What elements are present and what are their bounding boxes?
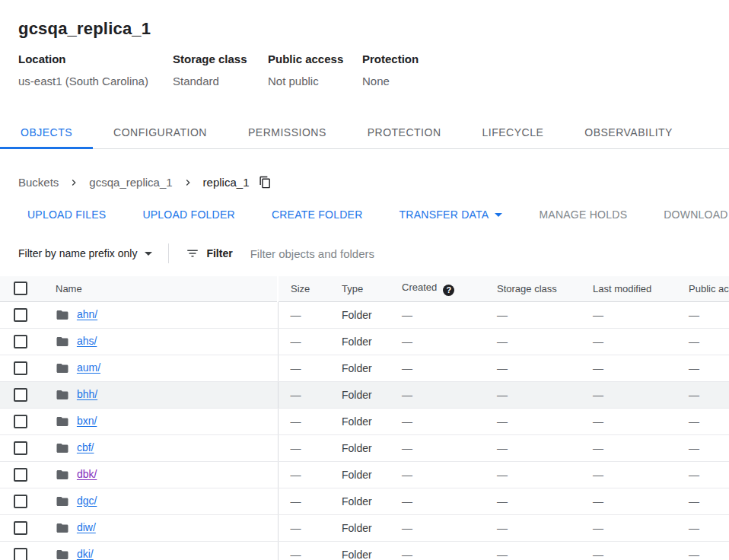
type-cell: Folder — [329, 488, 390, 514]
folder-name-link[interactable]: bxn/ — [77, 415, 97, 428]
created-cell: — — [390, 301, 485, 328]
size-cell: — — [278, 434, 329, 461]
object-toolbar: UPLOAD FILES UPLOAD FOLDER CREATE FOLDER… — [18, 201, 711, 228]
storage-class-cell: — — [485, 541, 581, 560]
size-cell: — — [278, 488, 329, 514]
folder-icon — [56, 548, 69, 560]
table-row: cbf/ — Folder — — — — — [0, 434, 729, 461]
create-folder-button[interactable]: CREATE FOLDER — [263, 201, 372, 228]
public-access-cell: — — [676, 461, 729, 488]
row-checkbox[interactable] — [14, 495, 27, 508]
tab-protection[interactable]: PROTECTION — [347, 117, 462, 148]
type-cell: Folder — [329, 381, 390, 408]
row-checkbox-cell — [0, 328, 56, 355]
filter-list-icon — [186, 247, 199, 260]
table-row: ahs/ — Folder — — — — — [0, 328, 729, 355]
row-checkbox[interactable] — [14, 521, 27, 535]
breadcrumb-buckets[interactable]: Buckets — [18, 176, 59, 189]
breadcrumb-bucket-name[interactable]: gcsqa_replica_1 — [89, 176, 172, 189]
tab-observability[interactable]: OBSERVABILITY — [564, 117, 693, 148]
table-row: bxn/ — Folder — — — — — [0, 408, 729, 434]
folder-name-link[interactable]: bhh/ — [77, 389, 97, 401]
select-all-checkbox[interactable] — [14, 282, 27, 295]
size-cell: — — [278, 381, 329, 408]
help-icon[interactable]: ? — [443, 285, 454, 296]
copy-icon[interactable] — [259, 176, 272, 189]
storage-class-cell: — — [485, 434, 581, 461]
row-checkbox-cell — [0, 461, 56, 488]
tab-configuration[interactable]: CONFIGURATION — [93, 117, 228, 148]
upload-folder-button[interactable]: UPLOAD FOLDER — [133, 201, 244, 228]
filter-scope-dropdown[interactable]: Filter by name prefix only — [18, 247, 152, 259]
folder-name-link[interactable]: ahn/ — [77, 309, 97, 321]
created-cell: — — [390, 488, 485, 514]
folder-name-link[interactable]: dbk/ — [77, 469, 97, 481]
row-checkbox[interactable] — [14, 441, 27, 455]
folder-name-link[interactable]: diw/ — [77, 522, 96, 534]
upload-files-button[interactable]: UPLOAD FILES — [18, 201, 115, 228]
type-cell: Folder — [329, 408, 390, 434]
vertical-divider — [168, 243, 169, 263]
type-cell: Folder — [329, 434, 390, 461]
button-label: UPLOAD FILES — [27, 208, 106, 221]
row-checkbox[interactable] — [14, 548, 27, 560]
row-checkbox[interactable] — [14, 361, 27, 375]
row-checkbox[interactable] — [14, 308, 27, 322]
column-header-label: Created — [402, 282, 437, 293]
last-modified-cell: — — [581, 301, 676, 328]
row-checkbox[interactable] — [14, 388, 27, 402]
last-modified-cell: — — [581, 408, 676, 434]
type-cell: Folder — [329, 514, 390, 541]
size-cell: — — [278, 514, 329, 541]
folder-icon — [56, 441, 69, 455]
dropdown-arrow-icon — [145, 252, 152, 256]
created-cell: — — [390, 408, 485, 434]
folder-name-link[interactable]: cbf/ — [77, 442, 94, 454]
meta-label: Protection — [362, 52, 419, 65]
row-checkbox[interactable] — [14, 468, 27, 482]
breadcrumb-current-folder: replica_1 — [203, 176, 250, 189]
folder-icon — [56, 468, 69, 482]
column-header-storage-class: Storage class — [485, 276, 581, 301]
name-cell: dki/ — [56, 541, 278, 560]
size-cell: — — [278, 301, 329, 328]
tab-lifecycle[interactable]: LIFECYCLE — [462, 117, 565, 148]
created-cell: — — [390, 355, 485, 381]
folder-name-link[interactable]: aum/ — [77, 362, 100, 374]
meta-label: Public access — [268, 52, 355, 65]
public-access-cell: — — [676, 301, 729, 328]
folder-icon — [56, 308, 69, 322]
row-checkbox[interactable] — [14, 415, 27, 428]
filter-label: Filter — [206, 247, 232, 259]
created-cell: — — [390, 461, 485, 488]
created-cell: — — [390, 434, 485, 461]
row-checkbox-cell — [0, 488, 56, 514]
created-cell: — — [390, 514, 485, 541]
storage-class-cell: — — [485, 381, 581, 408]
filter-objects-input[interactable] — [250, 247, 711, 260]
tab-objects[interactable]: OBJECTS — [0, 117, 93, 148]
name-cell: bhh/ — [56, 381, 278, 408]
storage-class-cell: — — [485, 328, 581, 355]
button-label: DOWNLOAD — [664, 208, 727, 221]
row-checkbox[interactable] — [14, 335, 27, 348]
bucket-details-header: gcsqa_replica_1 Location us-east1 (South… — [0, 0, 729, 88]
folder-name-link[interactable]: dki/ — [77, 549, 94, 560]
row-checkbox-cell — [0, 434, 56, 461]
object-table-body: ahn/ — Folder — — — — ahs/ — Folder — — … — [0, 301, 729, 560]
public-access-cell: — — [676, 488, 729, 514]
last-modified-cell: — — [581, 434, 676, 461]
page-title: gcsqa_replica_1 — [18, 19, 711, 39]
table-row: aum/ — Folder — — — — — [0, 355, 729, 381]
name-cell: ahs/ — [56, 328, 278, 355]
folder-name-link[interactable]: dgc/ — [77, 495, 97, 508]
folder-name-link[interactable]: ahs/ — [77, 336, 97, 348]
dropdown-arrow-icon — [495, 213, 502, 217]
meta-public-access: Public access Not public — [268, 52, 362, 88]
table-row: dbk/ — Folder — — — — — [0, 461, 729, 488]
transfer-data-button[interactable]: TRANSFER DATA — [390, 201, 512, 228]
column-header-created: Created? — [390, 276, 485, 301]
tab-permissions[interactable]: PERMISSIONS — [228, 117, 347, 148]
name-cell: aum/ — [56, 355, 278, 381]
meta-location: Location us-east1 (South Carolina) — [18, 52, 173, 88]
